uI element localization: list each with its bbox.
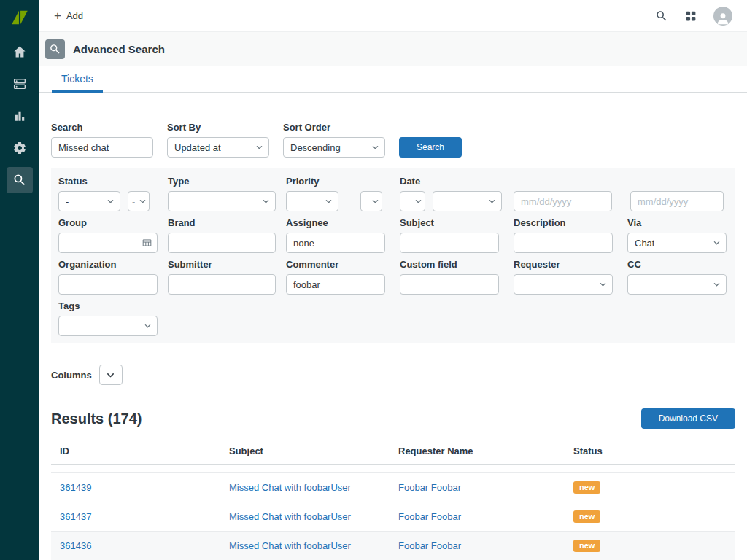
ticket-id-link[interactable]: 361439 (60, 482, 91, 493)
sort-by-label: Sort By (167, 122, 269, 133)
page-header: Advanced Search (39, 32, 747, 66)
advanced-search-app-icon (45, 39, 65, 59)
via-value: Chat (635, 238, 654, 249)
table-icon[interactable] (142, 238, 152, 249)
date-condition-select[interactable] (400, 191, 425, 211)
assignee-input[interactable] (286, 233, 385, 253)
profile-button[interactable] (713, 7, 732, 26)
tags-select[interactable] (58, 316, 158, 336)
requester-select[interactable] (514, 274, 613, 295)
filter-cc: CC (627, 259, 728, 295)
filter-subject: Subject (400, 217, 514, 253)
chevron-down-icon (106, 370, 115, 380)
product-logo[interactable] (9, 7, 31, 28)
filter-priority: Priority (286, 176, 400, 211)
content: Search Sort By Updated at Sort Order Des… (39, 93, 747, 560)
ticket-subject-link[interactable]: Missed Chat with foobarUser (229, 540, 351, 551)
chevron-down-icon (713, 239, 721, 247)
download-csv-button[interactable]: Download CSV (641, 408, 735, 429)
main-area: + Add Advanced Search Tickets Search (39, 0, 747, 560)
chevron-down-icon (371, 198, 379, 206)
date-label: Date (400, 176, 728, 187)
search-icon (12, 173, 27, 187)
column-header-id: ID (51, 446, 220, 456)
results-header: Results (174) Download CSV (51, 408, 735, 429)
description-input[interactable] (514, 233, 613, 253)
apps-grid-button[interactable] (684, 9, 697, 23)
ticket-id-link[interactable]: 361436 (60, 540, 91, 551)
description-label: Description (514, 217, 627, 228)
chevron-down-icon (262, 198, 270, 206)
search-submit-button[interactable]: Search (399, 137, 462, 158)
via-label: Via (627, 217, 728, 228)
commenter-input[interactable] (286, 274, 385, 295)
status-badge: new (573, 540, 600, 552)
global-search-button[interactable] (655, 9, 668, 23)
submitter-input[interactable] (168, 274, 276, 295)
column-header-requester: Requester Name (390, 446, 565, 456)
brand-label: Brand (168, 217, 286, 228)
requester-name-link[interactable]: Foobar Foobar (398, 511, 461, 522)
filter-via: Via Chat (627, 217, 728, 253)
bar-chart-icon (12, 109, 27, 123)
sort-order-value: Descending (290, 142, 341, 153)
ticket-subject-link[interactable]: Missed Chat with foobarUser (229, 482, 351, 493)
subject-input[interactable] (400, 233, 499, 253)
sort-order-select[interactable]: Descending (283, 137, 385, 158)
chevron-down-icon (144, 322, 152, 330)
custom-field-label: Custom field (400, 259, 514, 270)
requester-name-link[interactable]: Foobar Foobar (398, 540, 461, 551)
commenter-label: Commenter (286, 259, 400, 270)
organization-input[interactable] (58, 274, 158, 295)
sidebar-item-queues[interactable] (7, 71, 33, 97)
sidebar-item-home[interactable] (7, 39, 33, 65)
type-select[interactable] (168, 191, 276, 211)
ticket-id-link[interactable]: 361437 (60, 511, 91, 522)
search-icon (655, 9, 668, 23)
columns-dropdown-button[interactable] (99, 365, 123, 385)
search-input[interactable] (51, 137, 153, 158)
filter-assignee: Assignee (286, 217, 400, 253)
column-header-subject: Subject (220, 446, 390, 456)
date-range-select[interactable] (433, 191, 502, 211)
chevron-down-icon (599, 281, 607, 289)
cc-select[interactable] (627, 274, 727, 295)
search-field: Search (51, 122, 153, 158)
search-form: Search Sort By Updated at Sort Order Des… (51, 122, 735, 158)
ticket-subject-link[interactable]: Missed Chat with foobarUser (229, 511, 351, 522)
sidebar-item-settings[interactable] (7, 135, 33, 161)
filter-group: Group (58, 217, 168, 253)
chevron-down-icon (255, 144, 263, 152)
requester-name-link[interactable]: Foobar Foobar (398, 482, 461, 493)
chevron-down-icon (414, 198, 422, 206)
custom-field-input[interactable] (400, 274, 499, 295)
sidebar-item-reports[interactable] (7, 103, 33, 129)
plus-icon: + (54, 11, 61, 20)
table-header-row: ID Subject Requester Name Status (51, 438, 735, 465)
filter-brand: Brand (168, 217, 286, 253)
priority-operator-select[interactable] (360, 191, 382, 211)
via-select[interactable]: Chat (627, 233, 727, 253)
brand-input[interactable] (168, 233, 276, 253)
subject-label: Subject (400, 217, 514, 228)
filter-requester: Requester (514, 259, 627, 295)
tags-label: Tags (58, 300, 168, 311)
status-badge: new (573, 510, 600, 523)
table-row: 361437 Missed Chat with foobarUser Fooba… (51, 502, 735, 531)
status-badge: new (573, 481, 600, 494)
tab-tickets[interactable]: Tickets (52, 66, 103, 93)
priority-select[interactable] (286, 191, 338, 211)
status-select[interactable]: - (58, 191, 120, 211)
sidebar-item-search[interactable] (7, 167, 33, 193)
date-to-input[interactable] (630, 191, 724, 211)
filter-submitter: Submitter (168, 259, 286, 295)
status-operator-select[interactable]: - (128, 191, 150, 211)
sort-by-select[interactable]: Updated at (167, 137, 269, 158)
topbar: + Add (39, 0, 747, 32)
date-from-input[interactable] (514, 191, 612, 211)
add-button[interactable]: + Add (48, 6, 89, 26)
chevron-down-icon (107, 198, 115, 206)
filter-panel: Status - - Ty (51, 168, 735, 343)
submitter-label: Submitter (168, 259, 286, 270)
filter-type: Type (168, 176, 286, 211)
